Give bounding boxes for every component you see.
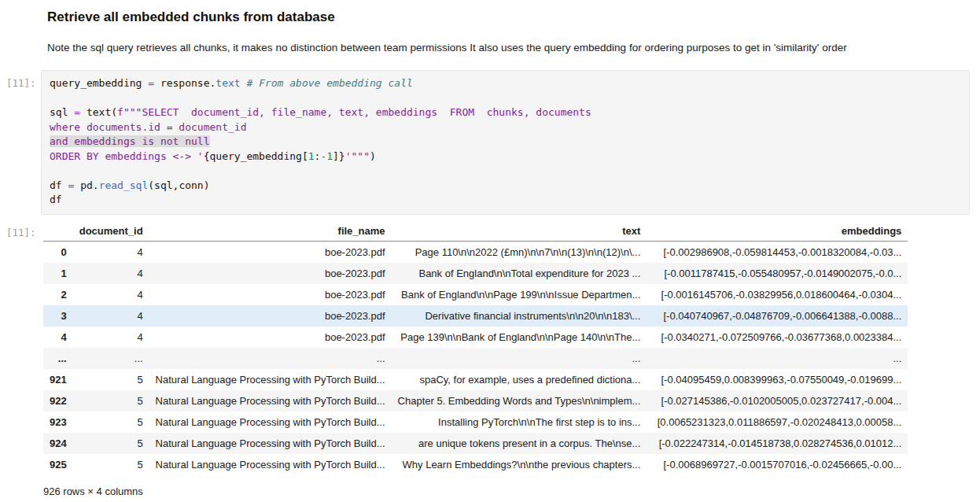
- cell: 5: [73, 412, 149, 433]
- cell: Page 110\n\n2022 (£mn)\n\n7\n\n(13)\n\n(…: [392, 242, 647, 263]
- code-token: ): [370, 150, 376, 162]
- code-token: text(: [80, 106, 117, 118]
- row-index: 922: [43, 390, 73, 412]
- cell: 4: [73, 263, 149, 284]
- cell: [-0.0340271,-0.072509766,-0.03677368,0.0…: [647, 327, 908, 348]
- code-line: ORDER BY embeddings <-> '{query_embeddin…: [50, 149, 961, 164]
- column-header: file_name: [149, 221, 392, 242]
- code-line: [50, 91, 961, 106]
- code-line: query_embedding = response.text # From a…: [50, 76, 961, 91]
- row-index: 924: [43, 433, 73, 454]
- cell: Chapter 5. Embedding Words and Types\n\n…: [392, 390, 647, 412]
- table-row: 14boe-2023.pdfBank of England\n\nTotal e…: [43, 263, 908, 284]
- table-row: 9235Natural Language Processing with PyT…: [43, 412, 908, 433]
- index-corner-header: [43, 221, 73, 242]
- code-token: .: [93, 179, 99, 191]
- cell: boe-2023.pdf: [149, 284, 392, 305]
- cell: [0.0065231323,0.011886597,-0.020248413,0…: [647, 412, 908, 433]
- code-line: df: [50, 193, 961, 208]
- table-row: 44boe-2023.pdfPage 139\n\nBank of Englan…: [43, 327, 908, 348]
- cell: boe-2023.pdf: [149, 242, 392, 263]
- column-header: text: [392, 221, 647, 242]
- cell: ...: [392, 348, 647, 369]
- cell: boe-2023.pdf: [149, 263, 392, 284]
- row-index: 925: [43, 454, 73, 475]
- cell: [-0.04095459,0.008399963,-0.07550049,-0.…: [647, 369, 908, 390]
- page-title: Retrieve all embedded chunks from databa…: [47, 9, 964, 25]
- code-token: (sql,conn): [148, 179, 209, 191]
- code-line: where documents.id = document_id: [50, 120, 961, 135]
- code-token: =: [148, 77, 154, 89]
- row-index: 4: [43, 327, 73, 348]
- cell: 5: [73, 369, 149, 390]
- output-area: document_idfile_nametextembeddings 04boe…: [41, 221, 980, 497]
- cell: [-0.0011787415,-0.055480957,-0.014900207…: [647, 263, 908, 284]
- code-token: f"""SELECT document_id, file_name, text,…: [117, 106, 591, 118]
- column-header: document_id: [73, 221, 149, 242]
- table-row: 34boe-2023.pdfDerivative financial instr…: [43, 305, 908, 327]
- row-index: 0: [43, 242, 73, 263]
- cell: Natural Language Processing with PyTorch…: [149, 454, 392, 475]
- table-row: 9225Natural Language Processing with PyT…: [43, 390, 908, 412]
- cell: Page 139\n\nBank of England\n\nPage 140\…: [392, 327, 647, 348]
- cell: Installing PyTorch\n\nThe first step is …: [392, 412, 647, 433]
- code-token: and embeddings is not null: [50, 135, 210, 147]
- code-token: read_sql: [99, 179, 149, 191]
- code-cell: [11]: query_embedding = response.text # …: [0, 70, 980, 215]
- cell: 5: [73, 454, 149, 475]
- row-index: 2: [43, 284, 73, 305]
- cell: Why Learn Embeddings?\n\nthe previous ch…: [392, 454, 647, 475]
- code-token: -1: [320, 150, 333, 162]
- code-token: where documents.id = document_id: [50, 121, 246, 133]
- cell: Natural Language Processing with PyTorch…: [149, 433, 392, 454]
- code-token: query_embedding: [50, 77, 148, 89]
- code-token: ORDER BY embeddings <-> ': [50, 150, 204, 162]
- code-token: {query_embedding[: [204, 150, 308, 162]
- cell: Natural Language Processing with PyTorch…: [149, 412, 392, 433]
- cell: ...: [149, 348, 392, 369]
- cell: [-0.022247314,-0.014518738,0.028274536,0…: [647, 433, 908, 454]
- cell: boe-2023.pdf: [149, 305, 392, 327]
- cell: 4: [73, 305, 149, 327]
- code-line: [50, 164, 961, 179]
- code-token: df: [50, 179, 68, 191]
- code-line: df = pd.read_sql(sql,conn): [50, 179, 961, 194]
- cell: [-0.027145386,-0.0102005005,0.023727417,…: [647, 390, 908, 412]
- code-token: text: [216, 77, 240, 89]
- code-token: 1: [308, 150, 315, 162]
- cell: Natural Language Processing with PyTorch…: [149, 390, 392, 412]
- notebook: Retrieve all embedded chunks from databa…: [0, 0, 980, 502]
- row-index: 923: [43, 412, 73, 433]
- cell: ...: [647, 348, 908, 369]
- cell: 5: [73, 433, 149, 454]
- note-text: Note the sql query retrieves all chunks,…: [47, 42, 964, 54]
- table-row: 04boe-2023.pdfPage 110\n\n2022 (£mn)\n\n…: [43, 242, 908, 263]
- cell: 4: [73, 284, 149, 305]
- code-line: and embeddings is not null: [50, 135, 961, 149]
- cell: 4: [73, 242, 149, 263]
- code-token: =: [74, 106, 80, 118]
- code-token: df: [50, 194, 62, 205]
- code-content: query_embedding = response.text # From a…: [50, 76, 961, 208]
- cell: [-0.0068969727,-0.0015707016,-0.02456665…: [647, 454, 908, 475]
- code-token: pd: [74, 179, 92, 191]
- cell: boe-2023.pdf: [149, 327, 392, 348]
- cell: Bank of England\n\nTotal expenditure for…: [392, 263, 647, 284]
- dataframe-table: document_idfile_nametextembeddings 04boe…: [43, 221, 908, 475]
- code-token: response: [154, 77, 209, 89]
- code-token: ]}: [333, 150, 345, 162]
- row-index: 921: [43, 369, 73, 390]
- code-token: sql: [50, 106, 74, 118]
- cell: 5: [73, 390, 149, 412]
- table-header-row: document_idfile_nametextembeddings: [43, 221, 908, 242]
- cell: [-0.040740967,-0.04876709,-0.006641388,-…: [647, 305, 908, 327]
- output-cell: [11]: document_idfile_nametextembeddings…: [0, 221, 980, 497]
- code-editor[interactable]: query_embedding = response.text # From a…: [41, 70, 970, 215]
- code-token: '""": [345, 150, 370, 162]
- code-line: sql = text(f"""SELECT document_id, file_…: [50, 105, 961, 120]
- output-prompt: [11]:: [0, 221, 41, 238]
- row-index: 3: [43, 305, 73, 327]
- cell: Derivative financial instruments\n\n20\n…: [392, 305, 647, 327]
- cell: Natural Language Processing with PyTorch…: [149, 369, 392, 390]
- dataframe-shape: 926 rows × 4 columns: [43, 485, 980, 497]
